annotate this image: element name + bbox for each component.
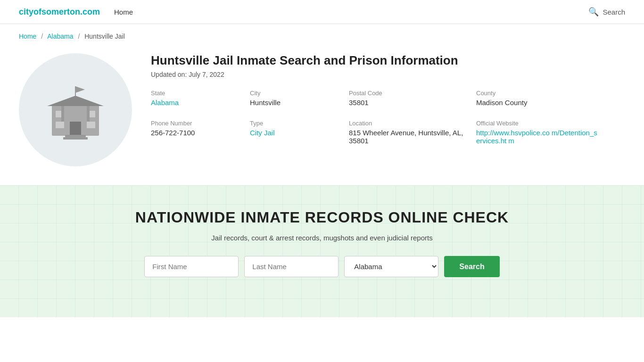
breadcrumb-current: Huntsville Jail <box>84 33 125 40</box>
site-logo[interactable]: cityofsomerton.com <box>19 7 100 17</box>
info-section: Huntsville Jail Inmate Search and Prison… <box>151 53 599 166</box>
city-label: City <box>250 90 344 97</box>
state-label: State <box>151 90 245 97</box>
location-cell: Location 815 Wheeler Avenue, Huntsville,… <box>349 120 471 145</box>
svg-rect-12 <box>87 106 90 122</box>
info-grid: State Alabama City Huntsville Postal Cod… <box>151 90 599 145</box>
svg-rect-7 <box>56 122 64 128</box>
svg-marker-3 <box>47 96 104 106</box>
county-value: Madison County <box>476 99 599 107</box>
header-left: cityofsomerton.com Home <box>19 7 133 17</box>
postal-label: Postal Code <box>349 90 471 97</box>
svg-rect-8 <box>87 122 95 128</box>
city-value: Huntsville <box>250 99 344 107</box>
state-value: Alabama <box>151 99 245 107</box>
type-cell: Type City Jail <box>250 120 344 145</box>
bottom-section: NATIONWIDE INMATE RECORDS ONLINE CHECK J… <box>0 185 644 317</box>
svg-marker-1 <box>75 86 85 93</box>
website-value: http://www.hsvpolice.co m/Detention_serv… <box>476 129 599 145</box>
state-link[interactable]: Alabama <box>151 99 179 107</box>
search-button[interactable]: Search <box>444 256 499 277</box>
postal-cell: Postal Code 35801 <box>349 90 471 107</box>
svg-rect-11 <box>61 106 64 122</box>
location-label: Location <box>349 120 471 127</box>
svg-rect-4 <box>70 122 81 136</box>
svg-rect-10 <box>63 137 88 140</box>
page-title: Huntsville Jail Inmate Search and Prison… <box>151 53 599 68</box>
search-form: AlabamaAlaskaArizonaArkansasCaliforniaCo… <box>19 256 625 277</box>
website-cell: Official Website http://www.hsvpolice.co… <box>476 120 599 145</box>
header-search-label: Search <box>603 8 625 16</box>
jail-building-icon <box>38 77 113 143</box>
phone-label: Phone Number <box>151 120 245 127</box>
last-name-input[interactable] <box>244 256 339 277</box>
main-content: Huntsville Jail Inmate Search and Prison… <box>0 49 613 185</box>
city-cell: City Huntsville <box>250 90 344 107</box>
nationwide-subtitle: Jail records, court & arrest records, mu… <box>19 234 625 242</box>
postal-value: 35801 <box>349 99 471 107</box>
breadcrumb-state[interactable]: Alabama <box>47 33 73 40</box>
jail-image <box>19 53 132 166</box>
breadcrumb-home[interactable]: Home <box>19 33 36 40</box>
svg-rect-9 <box>65 135 86 137</box>
location-value: 815 Wheeler Avenue, Huntsville, AL, 3580… <box>349 129 471 145</box>
search-icon: 🔍 <box>588 7 599 17</box>
phone-cell: Phone Number 256-722-7100 <box>151 120 245 145</box>
header: cityofsomerton.com Home 🔍 Search <box>0 0 644 24</box>
type-link[interactable]: City Jail <box>250 129 275 137</box>
nav-home[interactable]: Home <box>114 8 133 16</box>
breadcrumb-sep-2: / <box>78 33 80 40</box>
county-cell: County Madison County <box>476 90 599 107</box>
state-select[interactable]: AlabamaAlaskaArizonaArkansasCaliforniaCo… <box>344 256 438 277</box>
updated-date: Updated on: July 7, 2022 <box>151 71 599 78</box>
website-link[interactable]: http://www.hsvpolice.co m/Detention_serv… <box>476 129 597 145</box>
nationwide-title: NATIONWIDE INMATE RECORDS ONLINE CHECK <box>19 209 625 226</box>
county-label: County <box>476 90 599 97</box>
website-label: Official Website <box>476 120 599 127</box>
phone-value: 256-722-7100 <box>151 129 245 137</box>
state-cell: State Alabama <box>151 90 245 107</box>
first-name-input[interactable] <box>144 256 239 277</box>
type-value: City Jail <box>250 129 344 137</box>
header-search[interactable]: 🔍 Search <box>588 7 625 17</box>
breadcrumb-sep-1: / <box>41 33 43 40</box>
breadcrumb: Home / Alabama / Huntsville Jail <box>0 24 644 49</box>
type-label: Type <box>250 120 344 127</box>
